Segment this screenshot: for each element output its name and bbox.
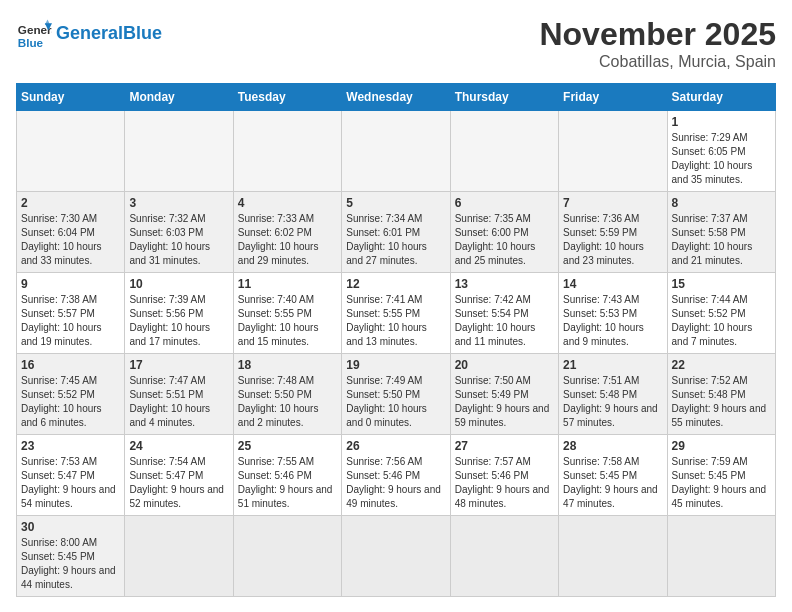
- day-number: 12: [346, 277, 445, 291]
- day-number: 20: [455, 358, 554, 372]
- day-info: Sunrise: 7:33 AM Sunset: 6:02 PM Dayligh…: [238, 212, 337, 268]
- day-info: Sunrise: 7:36 AM Sunset: 5:59 PM Dayligh…: [563, 212, 662, 268]
- calendar-week-row: 16Sunrise: 7:45 AM Sunset: 5:52 PM Dayli…: [17, 354, 776, 435]
- day-info: Sunrise: 7:40 AM Sunset: 5:55 PM Dayligh…: [238, 293, 337, 349]
- calendar-day-cell: 14Sunrise: 7:43 AM Sunset: 5:53 PM Dayli…: [559, 273, 667, 354]
- svg-text:Blue: Blue: [18, 36, 44, 49]
- day-number: 5: [346, 196, 445, 210]
- calendar-day-cell: 30Sunrise: 8:00 AM Sunset: 5:45 PM Dayli…: [17, 516, 125, 597]
- day-info: Sunrise: 7:47 AM Sunset: 5:51 PM Dayligh…: [129, 374, 228, 430]
- calendar-table: SundayMondayTuesdayWednesdayThursdayFrid…: [16, 83, 776, 597]
- day-info: Sunrise: 7:51 AM Sunset: 5:48 PM Dayligh…: [563, 374, 662, 430]
- day-info: Sunrise: 7:59 AM Sunset: 5:45 PM Dayligh…: [672, 455, 771, 511]
- day-number: 24: [129, 439, 228, 453]
- day-info: Sunrise: 7:48 AM Sunset: 5:50 PM Dayligh…: [238, 374, 337, 430]
- calendar-day-cell: [125, 516, 233, 597]
- title-block: November 2025 Cobatillas, Murcia, Spain: [539, 16, 776, 71]
- logo-icon: General Blue: [16, 16, 52, 52]
- day-info: Sunrise: 7:29 AM Sunset: 6:05 PM Dayligh…: [672, 131, 771, 187]
- day-number: 13: [455, 277, 554, 291]
- day-info: Sunrise: 7:56 AM Sunset: 5:46 PM Dayligh…: [346, 455, 445, 511]
- month-title: November 2025: [539, 16, 776, 53]
- day-number: 23: [21, 439, 120, 453]
- calendar-day-cell: [450, 516, 558, 597]
- day-info: Sunrise: 7:58 AM Sunset: 5:45 PM Dayligh…: [563, 455, 662, 511]
- day-info: Sunrise: 7:39 AM Sunset: 5:56 PM Dayligh…: [129, 293, 228, 349]
- calendar-day-cell: 2Sunrise: 7:30 AM Sunset: 6:04 PM Daylig…: [17, 192, 125, 273]
- page-header: General Blue GeneralBlue November 2025 C…: [16, 16, 776, 71]
- day-info: Sunrise: 7:45 AM Sunset: 5:52 PM Dayligh…: [21, 374, 120, 430]
- calendar-day-cell: 6Sunrise: 7:35 AM Sunset: 6:00 PM Daylig…: [450, 192, 558, 273]
- calendar-day-cell: [233, 111, 341, 192]
- day-number: 11: [238, 277, 337, 291]
- day-header-monday: Monday: [125, 84, 233, 111]
- calendar-day-cell: 28Sunrise: 7:58 AM Sunset: 5:45 PM Dayli…: [559, 435, 667, 516]
- calendar-day-cell: 13Sunrise: 7:42 AM Sunset: 5:54 PM Dayli…: [450, 273, 558, 354]
- day-info: Sunrise: 8:00 AM Sunset: 5:45 PM Dayligh…: [21, 536, 120, 592]
- calendar-week-row: 23Sunrise: 7:53 AM Sunset: 5:47 PM Dayli…: [17, 435, 776, 516]
- calendar-day-cell: 12Sunrise: 7:41 AM Sunset: 5:55 PM Dayli…: [342, 273, 450, 354]
- calendar-week-row: 9Sunrise: 7:38 AM Sunset: 5:57 PM Daylig…: [17, 273, 776, 354]
- calendar-day-cell: [342, 516, 450, 597]
- day-number: 30: [21, 520, 120, 534]
- calendar-week-row: 2Sunrise: 7:30 AM Sunset: 6:04 PM Daylig…: [17, 192, 776, 273]
- calendar-day-cell: [342, 111, 450, 192]
- day-info: Sunrise: 7:42 AM Sunset: 5:54 PM Dayligh…: [455, 293, 554, 349]
- day-info: Sunrise: 7:49 AM Sunset: 5:50 PM Dayligh…: [346, 374, 445, 430]
- day-info: Sunrise: 7:52 AM Sunset: 5:48 PM Dayligh…: [672, 374, 771, 430]
- calendar-day-cell: 19Sunrise: 7:49 AM Sunset: 5:50 PM Dayli…: [342, 354, 450, 435]
- calendar-day-cell: [559, 111, 667, 192]
- day-number: 10: [129, 277, 228, 291]
- day-info: Sunrise: 7:57 AM Sunset: 5:46 PM Dayligh…: [455, 455, 554, 511]
- calendar-week-row: 30Sunrise: 8:00 AM Sunset: 5:45 PM Dayli…: [17, 516, 776, 597]
- logo-text: GeneralBlue: [56, 24, 162, 44]
- calendar-day-cell: 5Sunrise: 7:34 AM Sunset: 6:01 PM Daylig…: [342, 192, 450, 273]
- day-number: 26: [346, 439, 445, 453]
- day-number: 25: [238, 439, 337, 453]
- day-info: Sunrise: 7:37 AM Sunset: 5:58 PM Dayligh…: [672, 212, 771, 268]
- calendar-day-cell: 24Sunrise: 7:54 AM Sunset: 5:47 PM Dayli…: [125, 435, 233, 516]
- calendar-day-cell: 15Sunrise: 7:44 AM Sunset: 5:52 PM Dayli…: [667, 273, 775, 354]
- calendar-day-cell: [233, 516, 341, 597]
- day-info: Sunrise: 7:38 AM Sunset: 5:57 PM Dayligh…: [21, 293, 120, 349]
- logo: General Blue GeneralBlue: [16, 16, 162, 52]
- calendar-day-cell: 27Sunrise: 7:57 AM Sunset: 5:46 PM Dayli…: [450, 435, 558, 516]
- calendar-day-cell: 10Sunrise: 7:39 AM Sunset: 5:56 PM Dayli…: [125, 273, 233, 354]
- day-number: 3: [129, 196, 228, 210]
- calendar-day-cell: 7Sunrise: 7:36 AM Sunset: 5:59 PM Daylig…: [559, 192, 667, 273]
- location: Cobatillas, Murcia, Spain: [539, 53, 776, 71]
- day-header-sunday: Sunday: [17, 84, 125, 111]
- day-info: Sunrise: 7:50 AM Sunset: 5:49 PM Dayligh…: [455, 374, 554, 430]
- calendar-day-cell: [125, 111, 233, 192]
- day-info: Sunrise: 7:34 AM Sunset: 6:01 PM Dayligh…: [346, 212, 445, 268]
- calendar-day-cell: 16Sunrise: 7:45 AM Sunset: 5:52 PM Dayli…: [17, 354, 125, 435]
- calendar-day-cell: 9Sunrise: 7:38 AM Sunset: 5:57 PM Daylig…: [17, 273, 125, 354]
- calendar-day-cell: [450, 111, 558, 192]
- day-header-wednesday: Wednesday: [342, 84, 450, 111]
- day-info: Sunrise: 7:35 AM Sunset: 6:00 PM Dayligh…: [455, 212, 554, 268]
- day-info: Sunrise: 7:55 AM Sunset: 5:46 PM Dayligh…: [238, 455, 337, 511]
- day-info: Sunrise: 7:41 AM Sunset: 5:55 PM Dayligh…: [346, 293, 445, 349]
- calendar-day-cell: 21Sunrise: 7:51 AM Sunset: 5:48 PM Dayli…: [559, 354, 667, 435]
- day-number: 18: [238, 358, 337, 372]
- day-number: 15: [672, 277, 771, 291]
- day-number: 1: [672, 115, 771, 129]
- day-number: 27: [455, 439, 554, 453]
- day-number: 8: [672, 196, 771, 210]
- day-header-friday: Friday: [559, 84, 667, 111]
- day-number: 28: [563, 439, 662, 453]
- day-header-saturday: Saturday: [667, 84, 775, 111]
- day-number: 7: [563, 196, 662, 210]
- calendar-day-cell: 8Sunrise: 7:37 AM Sunset: 5:58 PM Daylig…: [667, 192, 775, 273]
- calendar-day-cell: [667, 516, 775, 597]
- calendar-day-cell: [559, 516, 667, 597]
- calendar-day-cell: 23Sunrise: 7:53 AM Sunset: 5:47 PM Dayli…: [17, 435, 125, 516]
- calendar-header-row: SundayMondayTuesdayWednesdayThursdayFrid…: [17, 84, 776, 111]
- day-info: Sunrise: 7:43 AM Sunset: 5:53 PM Dayligh…: [563, 293, 662, 349]
- day-number: 19: [346, 358, 445, 372]
- calendar-day-cell: 26Sunrise: 7:56 AM Sunset: 5:46 PM Dayli…: [342, 435, 450, 516]
- day-info: Sunrise: 7:54 AM Sunset: 5:47 PM Dayligh…: [129, 455, 228, 511]
- calendar-day-cell: 22Sunrise: 7:52 AM Sunset: 5:48 PM Dayli…: [667, 354, 775, 435]
- day-info: Sunrise: 7:44 AM Sunset: 5:52 PM Dayligh…: [672, 293, 771, 349]
- day-number: 2: [21, 196, 120, 210]
